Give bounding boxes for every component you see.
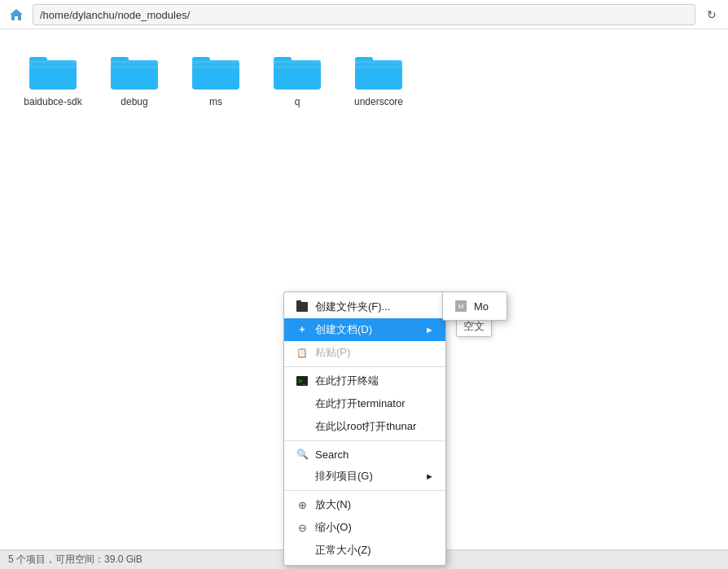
menu-separator	[284, 490, 445, 491]
folder-label: underscore	[354, 96, 403, 107]
submenu-item-mo[interactable]: M Mo	[443, 295, 507, 317]
menu-icon-sort-items	[296, 470, 309, 483]
folder-item[interactable]: q	[261, 46, 334, 114]
submenu-arrow: ►	[417, 471, 434, 481]
menu-label-open-terminal: 在此打开终端	[315, 374, 379, 388]
folder-icon	[355, 52, 402, 93]
address-bar: /home/dylanchu/node_modules/ ↻	[0, 0, 728, 29]
submenu: M Mo	[442, 291, 507, 321]
menu-label-search: Search	[315, 449, 349, 461]
folder-item[interactable]: underscore	[342, 46, 415, 114]
folder-icon	[192, 52, 239, 93]
menu-item-zoom-in[interactable]: ⊕ 放大(N)	[284, 493, 445, 516]
folder-icon	[274, 52, 321, 93]
context-menu: 创建文件夹(F)... + 创建文档(D) ► 📋 粘贴(P) >_ 在此打开终…	[283, 291, 446, 566]
folder-grid: baidubce-sdk debug	[16, 46, 712, 114]
menu-label-sort-items: 排列项目(G)	[315, 469, 373, 484]
folder-label: baidubce-sdk	[24, 96, 81, 107]
menu-label-create-folder: 创建文件夹(F)...	[315, 300, 390, 314]
menu-label-paste: 粘贴(P)	[315, 345, 350, 360]
refresh-button[interactable]: ↻	[700, 3, 723, 26]
menu-item-sort-items[interactable]: 排列项目(G) ►	[284, 465, 445, 488]
home-button[interactable]	[5, 3, 28, 26]
menu-label-open-terminator: 在此打开terminator	[315, 396, 406, 411]
svg-rect-16	[275, 63, 319, 65]
menu-label-open-thunar-root: 在此以root打开thunar	[315, 419, 416, 434]
folder-item[interactable]: debug	[98, 46, 171, 114]
menu-item-open-terminator[interactable]: 在此打开terminator	[284, 392, 445, 415]
menu-item-zoom-normal[interactable]: 正常大小(Z)	[284, 539, 445, 562]
menu-icon-create-folder	[296, 300, 309, 313]
menu-label-create-doc: 创建文档(D)	[315, 322, 372, 337]
menu-item-zoom-out[interactable]: ⊖ 缩小(O)	[284, 516, 445, 539]
menu-item-open-thunar-root[interactable]: 在此以root打开thunar	[284, 415, 445, 438]
menu-label-zoom-normal: 正常大小(Z)	[315, 543, 371, 558]
svg-marker-0	[10, 9, 23, 20]
menu-label-zoom-out: 缩小(O)	[315, 520, 352, 535]
submenu-label-mo: Mo	[474, 300, 489, 313]
menu-icon-create-doc: +	[296, 323, 309, 336]
home-icon	[9, 7, 24, 22]
menu-icon-zoom-in: ⊕	[296, 498, 309, 511]
menu-item-create-folder[interactable]: 创建文件夹(F)...	[284, 295, 445, 318]
folder-icon	[29, 52, 77, 93]
submenu-arrow: ►	[417, 325, 434, 335]
menu-icon-zoom-out: ⊖	[296, 521, 309, 534]
svg-rect-4	[31, 63, 75, 65]
menu-separator	[284, 440, 445, 441]
status-text: 5 个项目，可用空间：39.0 GiB	[8, 553, 143, 567]
address-path[interactable]: /home/dylanchu/node_modules/	[33, 4, 695, 25]
folder-label: ms	[209, 96, 222, 107]
svg-rect-12	[194, 63, 238, 65]
menu-icon-open-thunar-root	[296, 420, 309, 433]
menu-icon-paste: 📋	[296, 346, 309, 359]
folder-item[interactable]: baidubce-sdk	[16, 46, 90, 114]
menu-icon-zoom-normal	[296, 544, 309, 557]
svg-rect-8	[112, 63, 156, 65]
menu-label-zoom-in: 放大(N)	[315, 497, 351, 512]
folder-item[interactable]: ms	[179, 46, 252, 114]
menu-separator	[284, 366, 445, 367]
submenu-icon-mo: M	[454, 300, 467, 313]
menu-item-create-doc[interactable]: + 创建文档(D) ►	[284, 318, 445, 341]
folder-icon	[111, 52, 158, 93]
menu-item-paste: 📋 粘贴(P)	[284, 341, 445, 364]
menu-icon-search: 🔍	[296, 448, 309, 461]
menu-item-open-terminal[interactable]: >_ 在此打开终端	[284, 370, 445, 392]
menu-icon-open-terminator	[296, 397, 309, 410]
menu-icon-open-terminal: >_	[296, 374, 309, 387]
menu-item-search[interactable]: 🔍 Search	[284, 444, 445, 465]
folder-label: debug	[121, 96, 147, 107]
svg-rect-20	[357, 63, 401, 65]
folder-label: q	[295, 96, 300, 107]
